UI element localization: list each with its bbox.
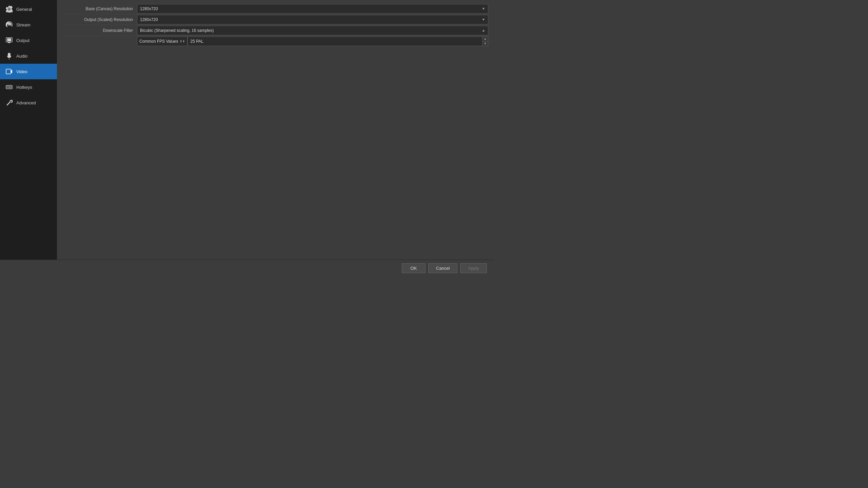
stream-icon (5, 21, 13, 28)
fps-value-input[interactable] (188, 37, 482, 46)
output-resolution-row: Output (Scaled) Resolution 1280x720 ▼ (62, 14, 488, 25)
sidebar: General Stream Output Audio Video (0, 0, 57, 260)
gear-icon (5, 5, 13, 13)
svg-rect-9 (10, 86, 11, 87)
sidebar-item-video[interactable]: Video (0, 64, 57, 79)
fps-label-arrows: ⬆⬇ (180, 40, 185, 43)
fps-spinner: ▲ ▼ (188, 37, 489, 46)
main-layout: General Stream Output Audio Video (0, 0, 494, 260)
svg-rect-13 (9, 87, 11, 88)
fps-row: Common FPS Values ⬆⬇ ▲ ▼ (62, 36, 488, 47)
base-resolution-chevron: ▼ (482, 7, 485, 11)
output-resolution-control: 1280x720 ▼ (137, 15, 488, 24)
svg-point-0 (8, 24, 10, 25)
downscale-filter-dropdown[interactable]: Bicubic (Sharpened scaling, 16 samples) … (137, 26, 488, 35)
output-resolution-dropdown[interactable]: 1280x720 ▼ (137, 15, 488, 24)
video-icon (5, 68, 13, 75)
sidebar-item-stream[interactable]: Stream (0, 17, 57, 33)
sidebar-item-output-label: Output (16, 38, 29, 43)
wrench-icon (5, 99, 13, 106)
sidebar-item-general-label: General (16, 7, 32, 12)
svg-rect-2 (7, 38, 11, 41)
ok-button[interactable]: OK (402, 263, 426, 273)
sidebar-item-advanced[interactable]: Advanced (0, 95, 57, 110)
fps-increment-btn[interactable]: ▲ (482, 37, 488, 41)
downscale-filter-chevron: ▲ (482, 28, 485, 32)
base-resolution-value: 1280x720 (140, 6, 158, 11)
sidebar-item-hotkeys[interactable]: Hotkeys (0, 79, 57, 95)
svg-rect-12 (8, 87, 8, 88)
settings-grid: Base (Canvas) Resolution 1280x720 ▼ Outp… (62, 3, 488, 47)
downscale-filter-row: Downscale Filter Bicubic (Sharpened scal… (62, 25, 488, 36)
output-resolution-chevron: ▼ (482, 18, 485, 21)
downscale-filter-label: Downscale Filter (62, 28, 137, 33)
audio-icon (5, 52, 13, 60)
base-resolution-dropdown[interactable]: 1280x720 ▼ (137, 4, 488, 14)
keyboard-icon (5, 83, 13, 91)
sidebar-item-output[interactable]: Output (0, 33, 57, 48)
svg-rect-8 (9, 86, 9, 87)
sidebar-item-general[interactable]: General (0, 1, 57, 17)
sidebar-item-hotkeys-label: Hotkeys (16, 85, 32, 90)
sidebar-item-audio[interactable]: Audio (0, 48, 57, 64)
svg-rect-5 (6, 85, 12, 89)
base-resolution-control: 1280x720 ▼ (137, 4, 488, 14)
sidebar-item-video-label: Video (16, 69, 27, 74)
base-resolution-label: Base (Canvas) Resolution (62, 6, 137, 11)
sidebar-item-advanced-label: Advanced (16, 100, 36, 105)
fps-control: Common FPS Values ⬆⬇ ▲ ▼ (137, 37, 488, 46)
content-area: Base (Canvas) Resolution 1280x720 ▼ Outp… (57, 0, 494, 260)
apply-button[interactable]: Apply (460, 263, 487, 273)
fps-spinner-buttons: ▲ ▼ (482, 37, 488, 46)
svg-rect-7 (8, 86, 8, 87)
footer: OK Cancel Apply (0, 260, 494, 277)
fps-label-text: Common FPS Values (139, 39, 178, 44)
fps-decrement-btn[interactable]: ▼ (482, 41, 488, 46)
output-resolution-label: Output (Scaled) Resolution (62, 17, 137, 22)
cancel-button[interactable]: Cancel (428, 263, 457, 273)
downscale-filter-value: Bicubic (Sharpened scaling, 16 samples) (140, 28, 214, 33)
svg-rect-10 (11, 86, 12, 87)
base-resolution-row: Base (Canvas) Resolution 1280x720 ▼ (62, 3, 488, 14)
sidebar-item-audio-label: Audio (16, 54, 27, 59)
svg-rect-3 (6, 69, 11, 74)
svg-rect-11 (7, 87, 7, 88)
output-icon (5, 37, 13, 44)
downscale-filter-control: Bicubic (Sharpened scaling, 16 samples) … (137, 26, 488, 35)
fps-label-dropdown[interactable]: Common FPS Values ⬆⬇ (137, 37, 188, 46)
svg-rect-6 (7, 86, 7, 87)
sidebar-item-stream-label: Stream (16, 22, 31, 27)
output-resolution-value: 1280x720 (140, 17, 158, 22)
svg-rect-14 (11, 87, 12, 88)
